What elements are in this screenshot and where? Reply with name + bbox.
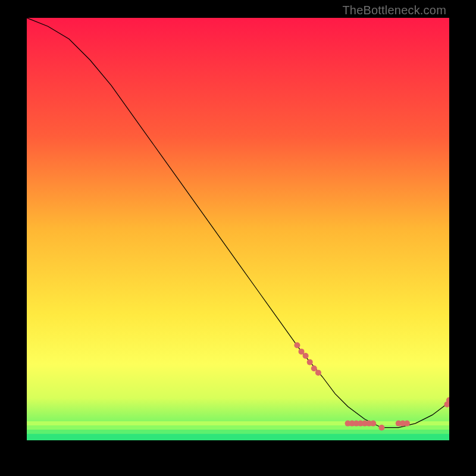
- svg-point-21: [404, 421, 410, 427]
- svg-point-8: [307, 359, 313, 365]
- chart-svg: [27, 18, 449, 440]
- svg-rect-4: [27, 434, 449, 440]
- svg-point-9: [311, 365, 317, 371]
- chart-frame: TheBottleneck.com: [0, 0, 476, 476]
- svg-point-10: [315, 369, 321, 375]
- svg-point-17: [370, 421, 376, 427]
- svg-rect-0: [27, 18, 449, 440]
- plot-area: [27, 18, 449, 440]
- svg-rect-1: [27, 421, 449, 425]
- svg-point-18: [378, 425, 384, 431]
- svg-point-7: [303, 353, 309, 359]
- svg-point-5: [294, 342, 300, 348]
- watermark-text: TheBottleneck.com: [342, 4, 446, 17]
- svg-point-6: [299, 349, 305, 355]
- svg-rect-3: [27, 430, 449, 434]
